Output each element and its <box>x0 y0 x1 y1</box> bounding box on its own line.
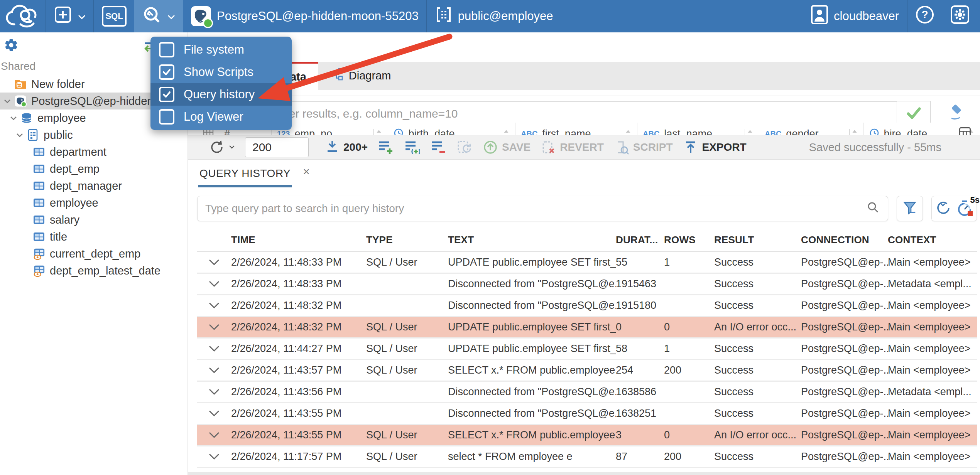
fetch-more-button[interactable]: 200+ <box>325 139 368 155</box>
checkbox-checked-icon[interactable] <box>159 64 174 80</box>
refresh-icon[interactable] <box>935 199 952 218</box>
tree-item-title[interactable]: title <box>0 228 188 245</box>
cell-result: Success <box>714 386 801 398</box>
query-history-row[interactable]: 2/26/2024, 11:43:57 PMSQL / UserSELECT x… <box>197 360 977 382</box>
folder-db-icon <box>14 78 27 90</box>
qh-column-header-type[interactable]: TYPE <box>366 234 448 246</box>
duplicate-row-button[interactable] <box>404 139 420 155</box>
schema-selector[interactable]: public@employee <box>427 0 561 32</box>
refresh-table-button[interactable] <box>456 139 473 155</box>
add-row-button[interactable] <box>378 139 394 155</box>
grid-column-header-birth-date[interactable]: birth_date <box>388 123 515 135</box>
cell-type: SQL / User <box>366 343 448 355</box>
query-history-row[interactable]: 2/26/2024, 11:48:32 PMDisconnected from … <box>197 295 977 317</box>
sort-icon[interactable] <box>501 128 510 135</box>
tree-item-label: dept_emp <box>50 163 100 175</box>
sql-editor-button[interactable]: SQL <box>94 0 134 32</box>
cell-connection: PostgreSQL@ep-... <box>801 364 888 376</box>
sort-icon[interactable] <box>849 128 858 135</box>
tree-item-department[interactable]: department <box>0 143 188 160</box>
expand-chevron-icon[interactable] <box>197 410 231 417</box>
row-limit-input[interactable]: 200 <box>245 137 309 157</box>
cell-context: Main <employee> <box>888 321 977 333</box>
tools-menu-button[interactable] <box>134 0 183 32</box>
menu-item-file-system[interactable]: File system <box>150 39 292 61</box>
query-history-row[interactable]: 2/26/2024, 11:48:33 PMSQL / UserUPDATE p… <box>197 252 977 274</box>
save-button[interactable]: SAVE <box>483 140 531 155</box>
sidebar-settings-gear-icon[interactable] <box>4 38 19 54</box>
query-history-row[interactable]: 2/26/2024, 11:17:57 PMSQL / Userselect *… <box>197 446 977 468</box>
chevron-down-icon[interactable] <box>3 96 12 106</box>
query-history-row[interactable]: 2/26/2024, 11:43:56 PMDisconnected from … <box>197 382 977 403</box>
new-object-button[interactable] <box>46 0 93 32</box>
qh-column-header-result[interactable]: RESULT <box>714 234 801 246</box>
expand-chevron-icon[interactable] <box>197 389 231 395</box>
query-history-row[interactable]: 2/26/2024, 11:43:55 PMSQL / UserSELECT x… <box>197 425 977 446</box>
query-history-row[interactable]: 2/26/2024, 11:43:55 PMDisconnected from … <box>197 403 977 425</box>
revert-button[interactable]: REVERT <box>541 140 604 155</box>
sort-icon[interactable] <box>373 128 382 135</box>
sort-icon[interactable] <box>623 128 632 135</box>
tab-diagram[interactable]: Diagram <box>318 62 403 90</box>
chevron-down-icon[interactable] <box>15 130 24 140</box>
expand-chevron-icon[interactable] <box>197 453 231 460</box>
expand-chevron-icon[interactable] <box>197 367 231 374</box>
refresh-button[interactable] <box>209 139 235 155</box>
grid-column-header-gender[interactable]: ABCgender <box>759 123 863 135</box>
tree-item-dept-manager[interactable]: dept_manager <box>0 177 188 194</box>
qh-column-header-connection[interactable]: CONNECTION <box>801 234 888 246</box>
help-button[interactable]: ? <box>907 0 942 32</box>
menu-item-query-history[interactable]: Query history <box>150 83 292 106</box>
expand-chevron-icon[interactable] <box>197 324 231 330</box>
settings-button[interactable] <box>942 0 980 32</box>
qh-column-header-context[interactable]: CONTEXT <box>888 234 977 246</box>
qh-column-header-text[interactable]: TEXT <box>448 234 616 246</box>
connection-selector[interactable]: PostgreSQL@ep-hidden-moon-55203 <box>183 0 426 32</box>
menu-item-show-scripts[interactable]: Show Scripts <box>150 61 292 83</box>
column-label: gender <box>786 128 818 135</box>
query-history-filter-button[interactable] <box>897 196 923 221</box>
tree-item-current-dept-emp[interactable]: current_dept_emp <box>0 245 188 262</box>
save-label: SAVE <box>502 141 531 153</box>
qh-column-header-rows[interactable]: ROWS <box>664 234 714 246</box>
user-menu-button[interactable]: cloudbeaver <box>803 0 907 32</box>
table-icon <box>33 214 45 226</box>
sql-icon: SQL <box>102 6 127 27</box>
expand-chevron-icon[interactable] <box>197 345 231 352</box>
tab-query-history[interactable]: QUERY HISTORY × <box>198 165 310 187</box>
grid-panel-icon[interactable] <box>958 126 972 135</box>
cell-rows: 200 <box>664 451 714 463</box>
checkbox-unchecked-icon[interactable] <box>159 109 174 125</box>
export-button[interactable]: EXPORT <box>683 140 747 155</box>
query-history-row[interactable]: 2/26/2024, 11:48:32 PMSQL / UserUPDATE p… <box>197 317 977 339</box>
expand-chevron-icon[interactable] <box>197 259 231 266</box>
auto-refresh-timer-icon[interactable]: 5s <box>956 200 973 217</box>
tree-item-employee[interactable]: employee <box>0 194 188 211</box>
cell-result: Success <box>714 364 801 376</box>
tree-item-dept-emp-latest-date[interactable]: dept_emp_latest_date <box>0 262 188 279</box>
script-button[interactable]: SCRIPT <box>614 140 673 155</box>
expand-chevron-icon[interactable] <box>197 432 231 438</box>
tree-item-salary[interactable]: salary <box>0 211 188 228</box>
tree-item-label: title <box>50 231 67 243</box>
chevron-down-icon[interactable] <box>9 113 18 123</box>
filter-expression-input[interactable]: expression to filter results, e.g. colum… <box>197 101 897 126</box>
qh-column-header-durat[interactable]: DURAT... <box>616 234 664 246</box>
delete-row-button[interactable] <box>430 139 446 155</box>
query-history-row[interactable]: 2/26/2024, 11:44:27 PMSQL / UserUPDATE p… <box>197 339 977 360</box>
grid-column-header-first-name[interactable]: ABCfirst_name <box>515 123 637 135</box>
cell-rows: 0 <box>664 429 714 441</box>
expand-chevron-icon[interactable] <box>197 302 231 309</box>
menu-item-log-viewer[interactable]: Log Viewer <box>150 106 292 128</box>
clear-filter-button[interactable] <box>946 104 965 124</box>
grid-column-header-last-name[interactable]: ABClast_name <box>637 123 759 135</box>
query-history-search-input[interactable]: Type query part to search in query histo… <box>197 196 888 221</box>
close-icon[interactable]: × <box>303 165 310 178</box>
sort-icon[interactable] <box>745 128 754 135</box>
expand-chevron-icon[interactable] <box>197 281 231 287</box>
checkbox-unchecked-icon[interactable] <box>159 42 174 57</box>
qh-column-header-time[interactable]: TIME <box>231 234 366 246</box>
checkbox-checked-icon[interactable] <box>159 87 174 102</box>
query-history-row[interactable]: 2/26/2024, 11:48:33 PMDisconnected from … <box>197 274 977 295</box>
tree-item-dept-emp[interactable]: dept_emp <box>0 160 188 177</box>
